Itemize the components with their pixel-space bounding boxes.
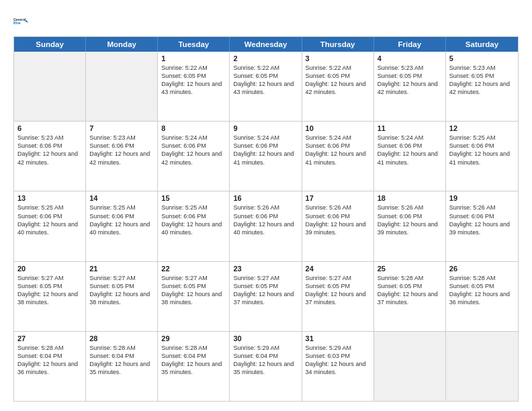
day-cell-10: 10Sunrise: 5:24 AMSunset: 6:06 PMDayligh… bbox=[302, 122, 374, 191]
cell-info: Sunrise: 5:28 AMSunset: 6:04 PMDaylight:… bbox=[161, 344, 226, 377]
day-cell-9: 9Sunrise: 5:24 AMSunset: 6:06 PMDaylight… bbox=[230, 122, 302, 191]
day-cell-24: 24Sunrise: 5:27 AMSunset: 6:05 PMDayligh… bbox=[302, 262, 374, 331]
header-day-tuesday: Tuesday bbox=[158, 37, 230, 52]
day-cell-25: 25Sunrise: 5:28 AMSunset: 6:05 PMDayligh… bbox=[374, 262, 446, 331]
day-number: 12 bbox=[449, 124, 515, 132]
day-number: 25 bbox=[378, 265, 442, 273]
day-cell-23: 23Sunrise: 5:27 AMSunset: 6:05 PMDayligh… bbox=[230, 262, 302, 331]
empty-cell bbox=[374, 332, 446, 401]
svg-marker-2 bbox=[26, 19, 28, 22]
cell-info: Sunrise: 5:25 AMSunset: 6:06 PMDaylight:… bbox=[161, 203, 226, 236]
day-number: 3 bbox=[306, 54, 370, 62]
day-number: 11 bbox=[378, 124, 442, 132]
day-number: 5 bbox=[449, 54, 515, 62]
cell-info: Sunrise: 5:24 AMSunset: 6:06 PMDaylight:… bbox=[306, 134, 370, 167]
day-number: 7 bbox=[89, 124, 154, 132]
header-day-wednesday: Wednesday bbox=[230, 37, 302, 52]
cell-info: Sunrise: 5:27 AMSunset: 6:05 PMDaylight:… bbox=[233, 274, 298, 307]
day-number: 1 bbox=[161, 54, 226, 62]
cell-info: Sunrise: 5:23 AMSunset: 6:05 PMDaylight:… bbox=[378, 64, 442, 97]
day-cell-22: 22Sunrise: 5:27 AMSunset: 6:05 PMDayligh… bbox=[158, 262, 230, 331]
day-number: 31 bbox=[306, 334, 370, 342]
day-number: 8 bbox=[161, 124, 226, 132]
day-cell-4: 4Sunrise: 5:23 AMSunset: 6:05 PMDaylight… bbox=[374, 52, 446, 121]
cell-info: Sunrise: 5:23 AMSunset: 6:06 PMDaylight:… bbox=[17, 134, 82, 167]
cell-info: Sunrise: 5:26 AMSunset: 6:06 PMDaylight:… bbox=[306, 203, 370, 236]
day-number: 16 bbox=[233, 194, 298, 202]
day-number: 29 bbox=[161, 334, 226, 342]
day-number: 14 bbox=[89, 194, 154, 202]
day-number: 4 bbox=[378, 54, 442, 62]
header-day-sunday: Sunday bbox=[14, 37, 86, 52]
cell-info: Sunrise: 5:24 AMSunset: 6:06 PMDaylight:… bbox=[161, 134, 226, 167]
day-number: 28 bbox=[89, 334, 154, 342]
cell-info: Sunrise: 5:23 AMSunset: 6:06 PMDaylight:… bbox=[89, 134, 154, 167]
cell-info: Sunrise: 5:25 AMSunset: 6:06 PMDaylight:… bbox=[449, 134, 515, 167]
day-cell-26: 26Sunrise: 5:28 AMSunset: 6:05 PMDayligh… bbox=[446, 262, 518, 331]
day-cell-28: 28Sunrise: 5:28 AMSunset: 6:04 PMDayligh… bbox=[86, 332, 158, 401]
cell-info: Sunrise: 5:22 AMSunset: 6:05 PMDaylight:… bbox=[306, 64, 370, 97]
cell-info: Sunrise: 5:27 AMSunset: 6:05 PMDaylight:… bbox=[17, 274, 82, 307]
day-cell-31: 31Sunrise: 5:29 AMSunset: 6:03 PMDayligh… bbox=[302, 332, 374, 401]
logo: GeneralBlue bbox=[13, 12, 32, 31]
day-number: 26 bbox=[449, 265, 515, 273]
day-number: 27 bbox=[17, 334, 82, 342]
header: GeneralBlue bbox=[13, 12, 519, 31]
day-number: 22 bbox=[161, 265, 226, 273]
day-cell-15: 15Sunrise: 5:25 AMSunset: 6:06 PMDayligh… bbox=[158, 191, 230, 261]
day-cell-19: 19Sunrise: 5:26 AMSunset: 6:06 PMDayligh… bbox=[446, 191, 518, 261]
day-number: 10 bbox=[306, 124, 370, 132]
calendar: SundayMondayTuesdayWednesdayThursdayFrid… bbox=[13, 36, 519, 402]
day-cell-1: 1Sunrise: 5:22 AMSunset: 6:05 PMDaylight… bbox=[158, 52, 230, 121]
day-number: 24 bbox=[306, 265, 370, 273]
week-row-3: 13Sunrise: 5:25 AMSunset: 6:06 PMDayligh… bbox=[14, 191, 518, 261]
calendar-body: 1Sunrise: 5:22 AMSunset: 6:05 PMDaylight… bbox=[14, 52, 518, 401]
day-number: 19 bbox=[449, 194, 515, 202]
day-cell-5: 5Sunrise: 5:23 AMSunset: 6:05 PMDaylight… bbox=[446, 52, 518, 121]
cell-info: Sunrise: 5:24 AMSunset: 6:06 PMDaylight:… bbox=[233, 134, 298, 167]
day-number: 2 bbox=[233, 54, 298, 62]
week-row-2: 6Sunrise: 5:23 AMSunset: 6:06 PMDaylight… bbox=[14, 122, 518, 191]
cell-info: Sunrise: 5:23 AMSunset: 6:05 PMDaylight:… bbox=[449, 64, 515, 97]
day-number: 20 bbox=[17, 265, 82, 273]
cell-info: Sunrise: 5:26 AMSunset: 6:06 PMDaylight:… bbox=[378, 203, 442, 236]
cell-info: Sunrise: 5:22 AMSunset: 6:05 PMDaylight:… bbox=[233, 64, 298, 97]
cell-info: Sunrise: 5:29 AMSunset: 6:04 PMDaylight:… bbox=[233, 344, 298, 377]
day-cell-16: 16Sunrise: 5:26 AMSunset: 6:06 PMDayligh… bbox=[230, 191, 302, 261]
day-number: 13 bbox=[17, 194, 82, 202]
day-cell-12: 12Sunrise: 5:25 AMSunset: 6:06 PMDayligh… bbox=[446, 122, 518, 191]
day-cell-11: 11Sunrise: 5:24 AMSunset: 6:06 PMDayligh… bbox=[374, 122, 446, 191]
week-row-4: 20Sunrise: 5:27 AMSunset: 6:05 PMDayligh… bbox=[14, 262, 518, 332]
empty-cell bbox=[14, 52, 86, 121]
page: GeneralBlue SundayMondayTuesdayWednesday… bbox=[0, 0, 532, 411]
header-day-thursday: Thursday bbox=[302, 37, 374, 52]
day-number: 21 bbox=[89, 265, 154, 273]
header-day-friday: Friday bbox=[374, 37, 446, 52]
svg-text:General: General bbox=[13, 18, 26, 21]
cell-info: Sunrise: 5:25 AMSunset: 6:06 PMDaylight:… bbox=[89, 203, 154, 236]
cell-info: Sunrise: 5:28 AMSunset: 6:05 PMDaylight:… bbox=[378, 274, 442, 307]
week-row-1: 1Sunrise: 5:22 AMSunset: 6:05 PMDaylight… bbox=[14, 52, 518, 122]
header-day-monday: Monday bbox=[86, 37, 158, 52]
calendar-header: SundayMondayTuesdayWednesdayThursdayFrid… bbox=[14, 37, 518, 52]
day-cell-30: 30Sunrise: 5:29 AMSunset: 6:04 PMDayligh… bbox=[230, 332, 302, 401]
day-number: 18 bbox=[378, 194, 442, 202]
day-cell-3: 3Sunrise: 5:22 AMSunset: 6:05 PMDaylight… bbox=[302, 52, 374, 121]
day-number: 9 bbox=[233, 124, 298, 132]
day-number: 6 bbox=[17, 124, 82, 132]
day-cell-7: 7Sunrise: 5:23 AMSunset: 6:06 PMDaylight… bbox=[86, 122, 158, 191]
cell-info: Sunrise: 5:29 AMSunset: 6:03 PMDaylight:… bbox=[306, 344, 370, 377]
cell-info: Sunrise: 5:27 AMSunset: 6:05 PMDaylight:… bbox=[306, 274, 370, 307]
day-cell-8: 8Sunrise: 5:24 AMSunset: 6:06 PMDaylight… bbox=[158, 122, 230, 191]
day-cell-6: 6Sunrise: 5:23 AMSunset: 6:06 PMDaylight… bbox=[14, 122, 86, 191]
day-cell-20: 20Sunrise: 5:27 AMSunset: 6:05 PMDayligh… bbox=[14, 262, 86, 331]
cell-info: Sunrise: 5:28 AMSunset: 6:05 PMDaylight:… bbox=[449, 274, 515, 307]
day-cell-21: 21Sunrise: 5:27 AMSunset: 6:05 PMDayligh… bbox=[86, 262, 158, 331]
cell-info: Sunrise: 5:27 AMSunset: 6:05 PMDaylight:… bbox=[161, 274, 226, 307]
cell-info: Sunrise: 5:28 AMSunset: 6:04 PMDaylight:… bbox=[17, 344, 82, 377]
cell-info: Sunrise: 5:25 AMSunset: 6:06 PMDaylight:… bbox=[17, 203, 82, 236]
day-cell-18: 18Sunrise: 5:26 AMSunset: 6:06 PMDayligh… bbox=[374, 191, 446, 261]
day-number: 30 bbox=[233, 334, 298, 342]
svg-text:Blue: Blue bbox=[13, 21, 21, 25]
cell-info: Sunrise: 5:26 AMSunset: 6:06 PMDaylight:… bbox=[449, 203, 515, 236]
